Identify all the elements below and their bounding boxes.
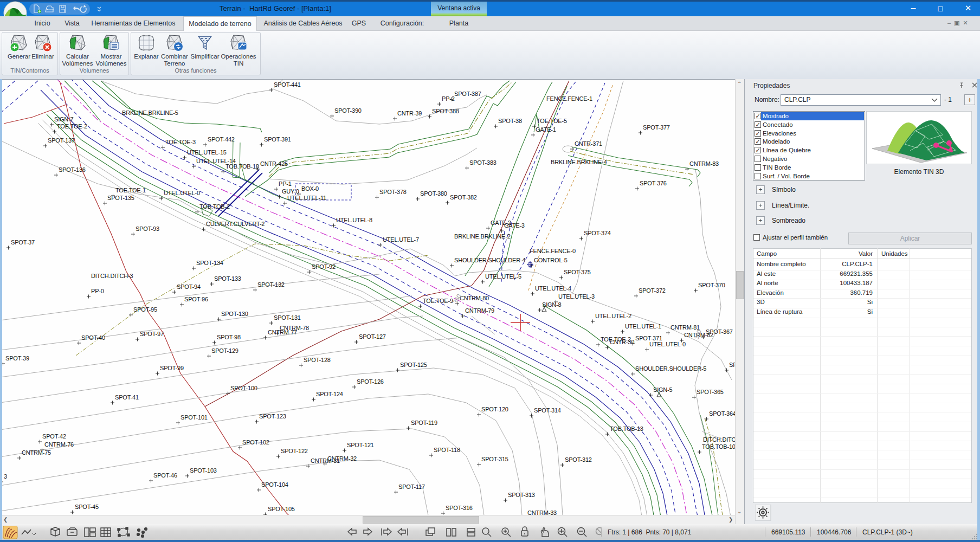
svg-text:GATE-3: GATE-3 bbox=[504, 222, 525, 229]
svg-text:SPOT-127: SPOT-127 bbox=[359, 333, 386, 340]
svg-text:SPOT-370: SPOT-370 bbox=[698, 282, 725, 288]
svg-text:CNTRM-83: CNTRM-83 bbox=[689, 160, 719, 167]
svg-text:SPOT-100: SPOT-100 bbox=[230, 385, 257, 391]
svg-text:CNTRM-79: CNTRM-79 bbox=[465, 307, 494, 314]
svg-text:SPOT-99: SPOT-99 bbox=[160, 365, 184, 371]
svg-text:SPOT-380: SPOT-380 bbox=[420, 190, 447, 197]
svg-text:SPOT-388: SPOT-388 bbox=[432, 108, 459, 114]
svg-text:SPOT-372: SPOT-372 bbox=[639, 287, 666, 294]
svg-text:3: 3 bbox=[4, 473, 7, 480]
svg-text:SPOT-312: SPOT-312 bbox=[565, 456, 592, 463]
svg-text:SPOT-96: SPOT-96 bbox=[184, 296, 208, 302]
svg-text:BRKLINE.BRKLINE-5: BRKLINE.BRKLINE-5 bbox=[122, 109, 178, 116]
svg-text:SPOT-130: SPOT-130 bbox=[221, 311, 248, 317]
svg-text:TOB.TOB-10: TOB.TOB-10 bbox=[702, 443, 735, 450]
svg-text:SIGN-8: SIGN-8 bbox=[542, 301, 562, 308]
svg-text:SPOT-125: SPOT-125 bbox=[400, 362, 427, 368]
svg-text:TOE.TOE-1: TOE.TOE-1 bbox=[115, 187, 146, 193]
svg-text:UTEL.UTEL-15: UTEL.UTEL-15 bbox=[187, 149, 227, 156]
svg-text:BOX-0: BOX-0 bbox=[301, 185, 319, 192]
svg-text:TOB.TOB-2: TOB.TOB-2 bbox=[199, 203, 230, 210]
svg-text:CONTROL-5: CONTROL-5 bbox=[534, 257, 568, 263]
svg-text:TOE.TOE-5: TOE.TOE-5 bbox=[537, 118, 567, 124]
svg-text:CNTR-30: CNTR-30 bbox=[610, 339, 634, 345]
svg-text:UTEL.UTEL-7: UTEL.UTEL-7 bbox=[383, 236, 419, 243]
svg-text:TOE.TOE-2: TOE.TOE-2 bbox=[57, 123, 87, 130]
svg-text:SPOT-122: SPOT-122 bbox=[281, 448, 308, 454]
svg-text:PP-0: PP-0 bbox=[91, 288, 104, 294]
svg-text:SPOT-364: SPOT-364 bbox=[709, 410, 735, 417]
svg-text:SPOT-374: SPOT-374 bbox=[584, 230, 611, 236]
svg-text:UTEL.UTEL-0: UTEL.UTEL-0 bbox=[649, 341, 686, 347]
svg-text:SPOT-104: SPOT-104 bbox=[261, 481, 288, 488]
svg-text:SPOT-40: SPOT-40 bbox=[81, 334, 105, 341]
svg-text:SPOT-365: SPOT-365 bbox=[697, 389, 724, 395]
svg-text:SPOT-441: SPOT-441 bbox=[274, 81, 301, 88]
svg-text:SPOT-314: SPOT-314 bbox=[534, 407, 561, 414]
svg-text:TOE.TOE-3: TOE.TOE-3 bbox=[165, 139, 196, 145]
svg-text:SPOT-375: SPOT-375 bbox=[564, 269, 591, 275]
svg-text:SPOT-367: SPOT-367 bbox=[706, 328, 733, 335]
svg-text:GATE-1: GATE-1 bbox=[536, 126, 556, 133]
svg-text:UTEL.UTEL-3: UTEL.UTEL-3 bbox=[558, 293, 595, 300]
svg-text:PP-1: PP-1 bbox=[279, 180, 292, 187]
svg-text:SPOT-97: SPOT-97 bbox=[140, 331, 164, 337]
svg-text:CNTRM-76: CNTRM-76 bbox=[44, 441, 74, 448]
svg-text:SHOULDER.SHOULDER-5: SHOULDER.SHOULDER-5 bbox=[635, 365, 706, 372]
svg-text:UTEL.UTEL-2: UTEL.UTEL-2 bbox=[595, 313, 631, 319]
svg-text:SPOT-117: SPOT-117 bbox=[398, 483, 425, 490]
svg-text:SIGN-7: SIGN-7 bbox=[54, 116, 74, 122]
svg-text:SPOT-120: SPOT-120 bbox=[481, 406, 508, 412]
svg-text:SPOT-391: SPOT-391 bbox=[264, 136, 291, 143]
svg-text:SIGN-5: SIGN-5 bbox=[653, 386, 673, 393]
svg-text:CNTRM-77: CNTRM-77 bbox=[268, 329, 297, 335]
svg-text:SPOT-387: SPOT-387 bbox=[454, 91, 481, 97]
svg-text:SPOT-126: SPOT-126 bbox=[357, 378, 384, 385]
svg-text:SPOT-39: SPOT-39 bbox=[5, 355, 29, 362]
svg-text:SPOT-119: SPOT-119 bbox=[411, 420, 437, 426]
svg-text:TOE.TOE-9: TOE.TOE-9 bbox=[423, 298, 453, 304]
svg-text:CNTRM-81: CNTRM-81 bbox=[670, 324, 700, 331]
svg-text:UTEL.UTEL-11: UTEL.UTEL-11 bbox=[287, 195, 326, 201]
svg-text:TOB.TOB-18: TOB.TOB-18 bbox=[225, 163, 259, 170]
svg-text:SPOT-313: SPOT-313 bbox=[508, 492, 535, 498]
svg-text:SPOT-132: SPOT-132 bbox=[257, 281, 285, 288]
svg-text:SPOT-128: SPOT-128 bbox=[304, 357, 331, 363]
svg-text:SPOT-135: SPOT-135 bbox=[107, 195, 134, 201]
svg-text:SPOT-103: SPOT-103 bbox=[190, 467, 217, 474]
svg-text:SPOT-94: SPOT-94 bbox=[177, 283, 201, 290]
svg-text:CNTR-425: CNTR-425 bbox=[260, 160, 288, 167]
svg-text:FENCE.FENCE-1: FENCE.FENCE-1 bbox=[546, 95, 592, 102]
svg-text:SPOT-37: SPOT-37 bbox=[11, 239, 35, 246]
svg-text:SPOT-377: SPOT-377 bbox=[643, 124, 670, 131]
svg-text:UTEL.UTEL-8: UTEL.UTEL-8 bbox=[336, 217, 372, 223]
svg-text:SPOT-382: SPOT-382 bbox=[450, 194, 477, 201]
svg-text:SPOT-101: SPOT-101 bbox=[180, 414, 208, 421]
svg-text:CNTRM-75: CNTRM-75 bbox=[22, 449, 51, 456]
svg-text:SPOT-41: SPOT-41 bbox=[115, 394, 139, 401]
svg-text:SPOT-46: SPOT-46 bbox=[153, 472, 177, 479]
svg-text:SPOT-118: SPOT-118 bbox=[434, 447, 460, 453]
svg-text:CNTRM-31: CNTRM-31 bbox=[311, 457, 340, 464]
svg-text:SPOT-102: SPOT-102 bbox=[242, 439, 269, 446]
svg-text:GUY-0: GUY-0 bbox=[282, 188, 299, 195]
svg-text:SPOT-376: SPOT-376 bbox=[640, 180, 667, 186]
svg-text:FENCE.FENCE-0: FENCE.FENCE-0 bbox=[530, 248, 576, 254]
svg-text:SPOT-121: SPOT-121 bbox=[347, 442, 374, 448]
svg-text:SPOT-123: SPOT-123 bbox=[259, 413, 286, 420]
svg-text:CNTRM-33: CNTRM-33 bbox=[527, 509, 557, 515]
svg-text:CNTR-39: CNTR-39 bbox=[397, 110, 422, 117]
svg-text:UTEL.UTEL-4: UTEL.UTEL-4 bbox=[535, 285, 571, 292]
svg-text:UTEL.UTEL-0: UTEL.UTEL-0 bbox=[164, 190, 200, 196]
svg-text:SPOT-134: SPOT-134 bbox=[196, 260, 223, 266]
svg-text:CNTR-371: CNTR-371 bbox=[575, 140, 602, 147]
svg-text:SPOT-124: SPOT-124 bbox=[316, 391, 343, 397]
svg-text:SPOT-92: SPOT-92 bbox=[312, 263, 336, 270]
svg-text:DITCH.DITCH-8: DITCH.DITCH-8 bbox=[703, 436, 735, 443]
svg-text:SPOT-136: SPOT-136 bbox=[59, 166, 86, 173]
svg-text:SPOT-105: SPOT-105 bbox=[268, 506, 295, 512]
svg-text:SPOT-390: SPOT-390 bbox=[334, 107, 362, 114]
svg-text:SPOT-45: SPOT-45 bbox=[75, 504, 99, 510]
svg-text:DITCH.DITCH-3: DITCH.DITCH-3 bbox=[91, 273, 133, 279]
svg-text:SPOT-38: SPOT-38 bbox=[498, 118, 522, 124]
